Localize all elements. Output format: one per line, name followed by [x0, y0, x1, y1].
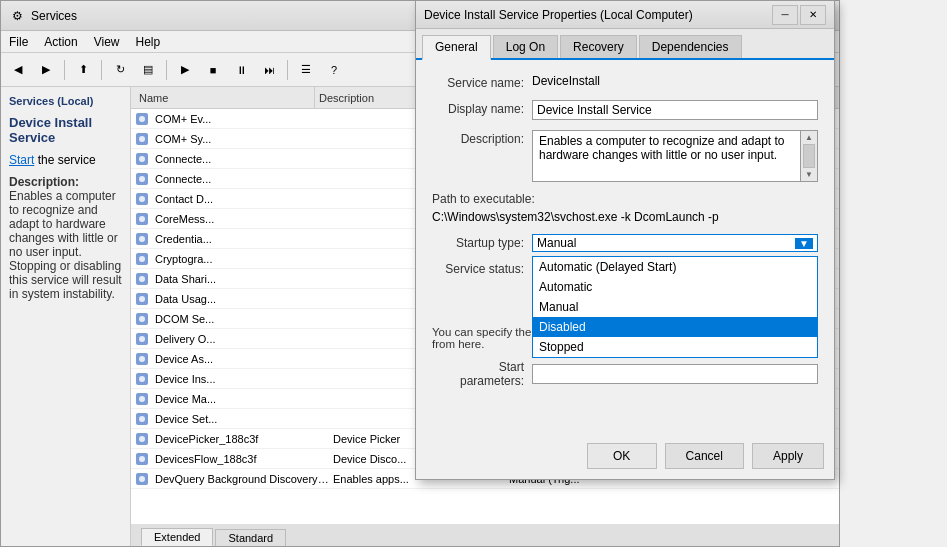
- scroll-thumb[interactable]: [803, 144, 815, 168]
- svg-point-19: [139, 296, 145, 302]
- option-disabled[interactable]: Disabled: [533, 317, 817, 337]
- service-name-cell: Data Usag...: [153, 293, 331, 305]
- dialog-close[interactable]: ✕: [800, 5, 826, 25]
- restart-button[interactable]: ⏭: [256, 57, 282, 83]
- app-icon: ⚙: [9, 8, 25, 24]
- service-icon: [133, 110, 151, 128]
- service-name-cell: Device As...: [153, 353, 331, 365]
- service-icon: [133, 130, 151, 148]
- dialog-minimize[interactable]: ─: [772, 5, 798, 25]
- svg-point-31: [139, 416, 145, 422]
- service-icon: [133, 230, 151, 248]
- properties-button[interactable]: ☰: [293, 57, 319, 83]
- service-icon: [133, 150, 151, 168]
- startup-dropdown-container: Manual ▼ Automatic (Delayed Start) Autom…: [532, 234, 818, 252]
- ok-button[interactable]: OK: [587, 443, 657, 469]
- service-name-row: Service name: DeviceInstall: [432, 74, 818, 90]
- startup-label: Startup type:: [432, 236, 532, 250]
- menu-help[interactable]: Help: [128, 31, 169, 52]
- description-text: Enables a computer to recognize and adap…: [9, 189, 122, 301]
- dialog-title-bar: Device Install Service Properties (Local…: [416, 1, 834, 29]
- menu-file[interactable]: File: [1, 31, 36, 52]
- left-panel-header: Services (Local): [9, 95, 122, 107]
- help-btn[interactable]: ?: [321, 57, 347, 83]
- service-icon: [133, 210, 151, 228]
- toolbar-separator-3: [166, 60, 167, 80]
- description-row: Description: ▲ ▼: [432, 130, 818, 182]
- col-name[interactable]: Name: [135, 87, 315, 108]
- back-button[interactable]: ◀: [5, 57, 31, 83]
- svg-point-23: [139, 336, 145, 342]
- service-name-cell: DevicesFlow_188c3f: [153, 453, 331, 465]
- description-textarea[interactable]: [532, 130, 800, 182]
- tab-recovery[interactable]: Recovery: [560, 35, 637, 58]
- description-label: Description:: [432, 130, 532, 146]
- service-icon: [133, 330, 151, 348]
- dialog-tabs: General Log On Recovery Dependencies: [416, 29, 834, 60]
- svg-point-1: [139, 116, 145, 122]
- properties-dialog: Device Install Service Properties (Local…: [415, 0, 835, 480]
- tab-extended[interactable]: Extended: [141, 528, 213, 546]
- service-name-cell: Credentia...: [153, 233, 331, 245]
- svg-point-9: [139, 196, 145, 202]
- svg-point-13: [139, 236, 145, 242]
- dialog-title: Device Install Service Properties (Local…: [424, 8, 766, 22]
- option-auto-delayed[interactable]: Automatic (Delayed Start): [533, 257, 817, 277]
- description-wrapper: ▲ ▼: [532, 130, 818, 182]
- svg-point-11: [139, 216, 145, 222]
- toolbar-separator-4: [287, 60, 288, 80]
- dialog-window-controls: ─ ✕: [772, 5, 826, 25]
- menu-view[interactable]: View: [86, 31, 128, 52]
- play-button[interactable]: ▶: [172, 57, 198, 83]
- stop-button[interactable]: ■: [200, 57, 226, 83]
- service-name-cell: Contact D...: [153, 193, 331, 205]
- service-icon: [133, 410, 151, 428]
- start-params-row: Start parameters:: [432, 360, 818, 388]
- startup-dropdown-arrow[interactable]: ▼: [795, 238, 813, 249]
- scroll-down-arrow[interactable]: ▼: [805, 170, 813, 179]
- menu-action[interactable]: Action: [36, 31, 85, 52]
- forward-button[interactable]: ▶: [33, 57, 59, 83]
- svg-point-37: [139, 476, 145, 482]
- service-start-link: Start the service: [9, 153, 122, 167]
- tab-general[interactable]: General: [422, 35, 491, 60]
- start-service-link[interactable]: Start: [9, 153, 34, 167]
- startup-select-field[interactable]: Manual ▼: [532, 234, 818, 252]
- start-params-input[interactable]: [532, 364, 818, 384]
- cancel-button[interactable]: Cancel: [665, 443, 744, 469]
- svg-point-29: [139, 396, 145, 402]
- up-button[interactable]: ⬆: [70, 57, 96, 83]
- tab-standard[interactable]: Standard: [215, 529, 286, 546]
- display-name-input[interactable]: [532, 100, 818, 120]
- refresh-button[interactable]: ↻: [107, 57, 133, 83]
- service-display-name: Device Install Service: [9, 115, 122, 145]
- service-icon: [133, 310, 151, 328]
- svg-point-21: [139, 316, 145, 322]
- tab-dependencies[interactable]: Dependencies: [639, 35, 742, 58]
- svg-point-15: [139, 256, 145, 262]
- toolbar-separator-1: [64, 60, 65, 80]
- service-name-cell: Delivery O...: [153, 333, 331, 345]
- service-icon: [133, 370, 151, 388]
- service-icon: [133, 250, 151, 268]
- scroll-up-arrow[interactable]: ▲: [805, 133, 813, 142]
- service-icon: [133, 450, 151, 468]
- apply-button[interactable]: Apply: [752, 443, 824, 469]
- pause-button[interactable]: ⏸: [228, 57, 254, 83]
- option-manual[interactable]: Manual: [533, 297, 817, 317]
- svg-point-35: [139, 456, 145, 462]
- option-stopped[interactable]: Stopped: [533, 337, 817, 357]
- description-scrollbar[interactable]: ▲ ▼: [800, 130, 818, 182]
- filter-button[interactable]: ▤: [135, 57, 161, 83]
- service-icon: [133, 350, 151, 368]
- option-automatic[interactable]: Automatic: [533, 277, 817, 297]
- startup-dropdown-menu: Automatic (Delayed Start) Automatic Manu…: [532, 256, 818, 358]
- service-name-label: Service name:: [432, 74, 532, 90]
- dialog-content: Service name: DeviceInstall Display name…: [416, 60, 834, 416]
- start-params-label: Start parameters:: [432, 360, 532, 388]
- service-name-cell: COM+ Sy...: [153, 133, 331, 145]
- startup-type-row: Startup type: Manual ▼ Automatic (Delaye…: [432, 234, 818, 252]
- svg-point-27: [139, 376, 145, 382]
- svg-point-17: [139, 276, 145, 282]
- tab-logon[interactable]: Log On: [493, 35, 558, 58]
